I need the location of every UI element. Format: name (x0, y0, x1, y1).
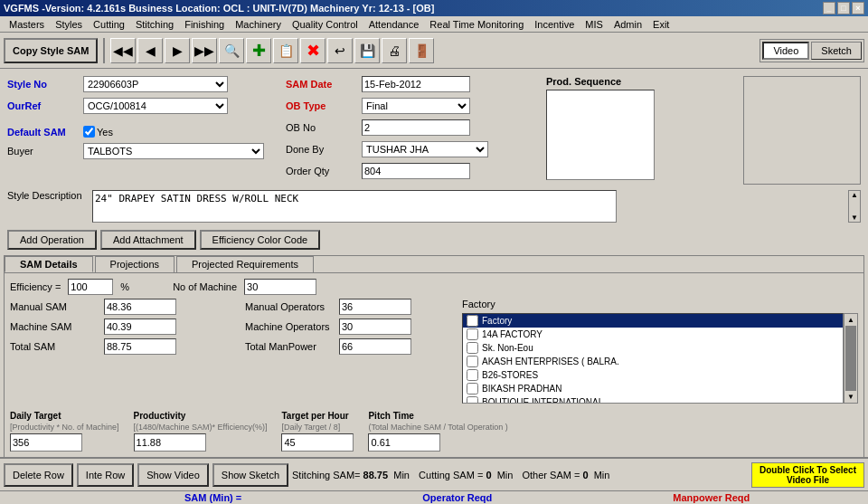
tab-sam-details[interactable]: SAM Details (5, 256, 93, 272)
tab-projections[interactable]: Projections (95, 256, 175, 272)
show-video-button[interactable]: Show Video (137, 463, 209, 487)
factory-item-6[interactable]: BOUTIQUE INTERNATIONAL (463, 395, 843, 404)
undo-button[interactable]: ↩ (327, 38, 353, 63)
menu-styles[interactable]: Styles (50, 16, 88, 32)
prev-record-button[interactable]: ◀ (137, 38, 163, 63)
factory-item-3[interactable]: AKASH ENTERPRISES ( BALRA. (463, 355, 843, 368)
factory-scroll-down[interactable]: ▼ (847, 393, 854, 401)
menu-mis[interactable]: MIS (580, 16, 609, 32)
factory-item-4[interactable]: B26-STORES (463, 368, 843, 382)
default-sam-row: Default SAM Yes (7, 126, 278, 138)
add-attachment-button[interactable]: Add Attachment (100, 230, 196, 250)
close-button[interactable]: × (852, 2, 864, 14)
our-ref-select[interactable]: OCG/100814 (83, 98, 228, 114)
exit-button[interactable]: 🚪 (409, 38, 434, 63)
add-button[interactable]: ✚ (246, 38, 271, 63)
factory-item-5[interactable]: BIKASH PRADHAN (463, 382, 843, 395)
menu-finishing[interactable]: Finishing (179, 16, 230, 32)
factory-checkbox-1[interactable] (467, 328, 478, 340)
menu-stitching[interactable]: Stitching (130, 16, 179, 32)
factory-checkbox-3[interactable] (467, 356, 478, 367)
productivity-input[interactable] (134, 433, 206, 452)
total-manpower-input[interactable] (339, 338, 411, 355)
factory-list-container: Factory 14A FACTORY Sk. Non-Eou (462, 313, 858, 404)
efficiency-input[interactable] (68, 279, 113, 295)
style-no-select[interactable]: 22906603P (83, 76, 228, 92)
machine-operators-row: Machine Operators (245, 319, 444, 335)
style-desc-input[interactable]: 24" DRAPEY SATIN DRESS W/ROLL NECK (92, 190, 617, 223)
menu-incentive[interactable]: Incentive (529, 16, 580, 32)
default-sam-checkbox[interactable] (83, 126, 95, 138)
factory-checkbox-0[interactable] (467, 315, 478, 327)
pitch-time-group: Pitch Time (Total Machine SAM / Total Op… (368, 411, 507, 452)
print-button[interactable]: 🖨 (382, 38, 407, 63)
daily-target-label: Daily Target (10, 411, 119, 421)
copy-button[interactable]: 📋 (273, 38, 298, 63)
factory-item-1[interactable]: 14A FACTORY (463, 328, 843, 341)
minimize-button[interactable]: _ (823, 2, 835, 14)
first-record-button[interactable]: ◀◀ (110, 38, 136, 63)
no-of-machine-label: No of Machine (173, 281, 237, 292)
menu-exit[interactable]: Exit (647, 16, 675, 32)
insert-row-button[interactable]: Inte Row (77, 463, 134, 487)
manual-operators-input[interactable] (339, 299, 411, 315)
factory-item-2[interactable]: Sk. Non-Eou (463, 341, 843, 355)
sam-date-row: SAM Date (286, 76, 539, 92)
factory-scroll-thumb[interactable] (845, 326, 856, 391)
copy-style-sam-button[interactable]: Copy Style SAM (4, 38, 98, 63)
total-sam-input[interactable] (104, 338, 176, 355)
delete-row-button[interactable]: Delete Row (4, 463, 73, 487)
menu-real-time-monitoring[interactable]: Real Time Monitoring (424, 16, 529, 32)
daily-target-input[interactable] (10, 433, 82, 452)
last-record-button[interactable]: ▶▶ (192, 38, 217, 63)
save-button[interactable]: 💾 (354, 38, 380, 63)
menu-cutting[interactable]: Cutting (88, 16, 130, 32)
machine-sam-input[interactable] (104, 319, 176, 335)
form-right-column: Prod. Sequence (546, 76, 732, 185)
search-button[interactable]: 🔍 (219, 38, 244, 63)
done-by-select[interactable]: TUSHAR JHA (362, 141, 488, 157)
order-qty-input[interactable] (362, 163, 470, 179)
video-file-button[interactable]: Double Click To SelectVideo File (751, 462, 864, 488)
style-desc-scrollbar[interactable]: ▲ ▼ (848, 190, 861, 223)
sketch-tab-button[interactable]: Sketch (811, 42, 862, 60)
factory-list[interactable]: Factory 14A FACTORY Sk. Non-Eou (462, 313, 844, 404)
pitch-time-input[interactable] (368, 433, 440, 452)
video-tab-button[interactable]: Video (762, 42, 809, 60)
app-title: VGFMS -Version: 4.2.161s Business Locati… (4, 3, 434, 14)
menu-attendance[interactable]: Attendance (363, 16, 425, 32)
maximize-button[interactable]: □ (837, 2, 850, 14)
menu-masters[interactable]: Masters (4, 16, 50, 32)
main-content: Style No 22906603P OurRef OCG/100814 Def… (0, 69, 868, 457)
no-of-machine-input[interactable] (244, 279, 316, 295)
tab-projected-requirements[interactable]: Projected Requirements (176, 256, 314, 272)
cutting-sam-label: Cutting SAM = 0 Min (413, 470, 513, 480)
machine-sam-label: Machine SAM (10, 321, 100, 332)
menu-machinery[interactable]: Machinery (230, 16, 287, 32)
default-sam-checkbox-label: Yes (83, 126, 113, 138)
factory-item-0[interactable]: Factory (463, 314, 843, 328)
factory-scroll-up[interactable]: ▲ (847, 316, 854, 324)
buyer-select[interactable]: TALBOTS (83, 143, 264, 159)
next-record-button[interactable]: ▶ (165, 38, 190, 63)
delete-button[interactable]: ✖ (300, 38, 326, 63)
menu-admin[interactable]: Admin (609, 16, 647, 32)
efficiency-color-code-button[interactable]: Efficiency Color Code (200, 230, 321, 250)
add-operation-button[interactable]: Add Operation (7, 230, 97, 250)
machine-operators-input[interactable] (339, 319, 411, 335)
target-per-hour-input[interactable] (281, 433, 354, 452)
ob-no-label: OB No (286, 122, 358, 133)
factory-scrollbar[interactable]: ▲ ▼ (844, 313, 858, 404)
factory-checkbox-4[interactable] (467, 369, 478, 381)
sam-date-input[interactable] (362, 76, 470, 92)
factory-checkbox-6[interactable] (467, 396, 478, 404)
factory-checkbox-2[interactable] (467, 342, 478, 354)
menu-quality-control[interactable]: Quality Control (287, 16, 363, 32)
ob-no-input[interactable] (362, 119, 470, 136)
manual-sam-input[interactable] (104, 299, 176, 315)
show-sketch-button[interactable]: Show Sketch (212, 463, 288, 487)
daily-target-sublabel: [Productivity * No. of Machine] (10, 423, 119, 432)
ob-type-select[interactable]: Final (362, 98, 470, 114)
total-sam-label: Total SAM (10, 341, 100, 352)
factory-checkbox-5[interactable] (467, 383, 478, 395)
